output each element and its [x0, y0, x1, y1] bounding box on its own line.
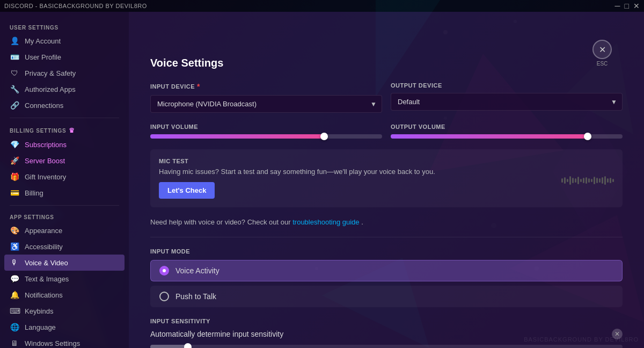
- privacy-icon: 🛡: [10, 69, 19, 77]
- sidebar-item-notifications[interactable]: 🔔 Notifications: [4, 287, 125, 303]
- language-icon: 🌐: [10, 323, 19, 331]
- output-volume-thumb[interactable]: [584, 133, 591, 140]
- output-device-wrapper: Default ▼: [391, 93, 623, 111]
- mic-test-section: MIC TEST Having mic issues? Start a test…: [150, 149, 623, 207]
- help-text: Need help with voice or video? Check out…: [150, 218, 623, 226]
- output-device-col: OUTPUT DEVICE Default ▼: [391, 82, 623, 113]
- output-volume-fill: [391, 134, 588, 139]
- close-window-btn[interactable]: ✕: [633, 2, 640, 10]
- auto-sensitivity-text: Automatically determine input sensitivit…: [150, 330, 283, 338]
- input-mode-label: INPUT MODE: [150, 248, 623, 255]
- sidebar-item-my-account[interactable]: 👤 My Account: [4, 33, 125, 49]
- appearance-icon: 🎨: [10, 226, 19, 235]
- subscriptions-icon: 💎: [10, 140, 19, 149]
- sidebar: USER SETTINGS 👤 My Account 🪪 User Profil…: [0, 12, 129, 348]
- sensitivity-fill: [150, 345, 188, 348]
- maximize-btn[interactable]: □: [625, 2, 629, 10]
- output-device-select[interactable]: Default: [391, 93, 623, 111]
- input-volume-label: INPUT VOLUME: [150, 124, 382, 130]
- sidebar-item-gift-inventory[interactable]: 🎁 Gift Inventory: [4, 169, 125, 185]
- input-volume-thumb[interactable]: [320, 133, 328, 140]
- user-settings-label: USER SETTINGS: [4, 20, 125, 33]
- clear-sensitivity-btn[interactable]: ✕: [612, 329, 623, 339]
- waveform-display: [561, 170, 614, 191]
- app-settings-label: APP SETTINGS: [4, 210, 125, 222]
- volume-row: INPUT VOLUME OUTPUT VOLUME: [150, 124, 623, 139]
- mic-test-desc: Having mic issues? Start a test and say …: [159, 168, 435, 176]
- sensitivity-thumb[interactable]: [184, 343, 192, 348]
- input-volume-fill: [150, 134, 324, 139]
- push-to-talk-radio[interactable]: [159, 292, 169, 301]
- main-content: ✕ ESC Voice Settings INPUT DEVICE * Micr…: [129, 12, 644, 348]
- voice-activity-option[interactable]: Voice Activity: [150, 260, 623, 281]
- voice-activity-radio[interactable]: [159, 266, 169, 276]
- input-device-select[interactable]: Microphone (NVIDIA Broadcast): [150, 95, 382, 113]
- sidebar-item-billing[interactable]: 💳 Billing: [4, 185, 125, 201]
- minimize-btn[interactable]: ─: [615, 2, 620, 10]
- sidebar-item-accessibility[interactable]: ♿ Accessibility: [4, 238, 125, 255]
- notifications-icon: 🔔: [10, 291, 19, 299]
- esc-label: ESC: [597, 61, 608, 67]
- apps-icon: 🔧: [10, 85, 19, 93]
- billing-icon: 💳: [10, 189, 19, 197]
- divider-app: [10, 205, 119, 206]
- sidebar-item-authorized-apps[interactable]: 🔧 Authorized Apps: [4, 81, 125, 97]
- nitro-crown-icon: ♛: [69, 127, 75, 134]
- title-text: DISCORD - BASICBACKGROUND BY DEVIL8RO: [4, 3, 147, 9]
- window-controls[interactable]: ─ □ ✕: [615, 2, 640, 10]
- input-sensitivity-label: INPUT SENSITIVITY: [150, 318, 623, 324]
- close-button[interactable]: ✕ ESC: [592, 40, 612, 59]
- sidebar-item-connections[interactable]: 🔗 Connections: [4, 97, 125, 113]
- page-title: Voice Settings: [150, 57, 623, 69]
- close-icon: ✕: [599, 45, 606, 55]
- divider-billing: [10, 118, 119, 118]
- lets-check-button[interactable]: Let's Check: [159, 182, 215, 199]
- sensitivity-track[interactable]: [150, 345, 623, 348]
- boost-icon: 🚀: [10, 156, 19, 165]
- voice-icon: 🎙: [10, 258, 19, 267]
- output-volume-label: OUTPUT VOLUME: [391, 124, 623, 130]
- push-to-talk-option[interactable]: Push to Talk: [150, 286, 623, 307]
- voice-activity-label: Voice Activity: [175, 266, 219, 275]
- sidebar-item-appearance[interactable]: 🎨 Appearance: [4, 222, 125, 238]
- output-volume-track[interactable]: [391, 134, 623, 139]
- input-volume-col: INPUT VOLUME: [150, 124, 382, 139]
- input-device-col: INPUT DEVICE * Microphone (NVIDIA Broadc…: [150, 82, 382, 113]
- input-device-label: INPUT DEVICE *: [150, 82, 382, 91]
- sidebar-item-subscriptions[interactable]: 💎 Subscriptions: [4, 136, 125, 153]
- billing-settings-label: BILLING SETTINGS ♛: [4, 122, 125, 136]
- app-container: USER SETTINGS 👤 My Account 🪪 User Profil…: [0, 12, 644, 348]
- sidebar-item-privacy-safety[interactable]: 🛡 Privacy & Safety: [4, 65, 125, 81]
- divider-mode: [150, 237, 623, 237]
- title-bar: DISCORD - BASICBACKGROUND BY DEVIL8RO ─ …: [0, 0, 644, 12]
- connections-icon: 🔗: [10, 101, 19, 110]
- windows-icon: 🖥: [10, 339, 19, 347]
- input-volume-track[interactable]: [150, 134, 382, 139]
- push-to-talk-label: Push to Talk: [175, 292, 216, 301]
- sidebar-item-windows-settings[interactable]: 🖥 Windows Settings: [4, 335, 125, 348]
- output-device-label: OUTPUT DEVICE: [391, 82, 623, 89]
- keybinds-icon: ⌨: [10, 307, 19, 315]
- sidebar-item-text-images[interactable]: 💬 Text & Images: [4, 271, 125, 287]
- profile-icon: 🪪: [10, 53, 19, 61]
- input-device-wrapper: Microphone (NVIDIA Broadcast) ▼: [150, 95, 382, 113]
- output-volume-col: OUTPUT VOLUME: [391, 124, 623, 139]
- sidebar-item-language[interactable]: 🌐 Language: [4, 319, 125, 335]
- accessibility-icon: ♿: [10, 242, 19, 251]
- required-mark: *: [197, 82, 200, 91]
- sidebar-item-voice-video[interactable]: 🎙 Voice & Video: [4, 255, 125, 271]
- gift-icon: 🎁: [10, 172, 19, 181]
- sidebar-item-user-profile[interactable]: 🪪 User Profile: [4, 49, 125, 65]
- device-row: INPUT DEVICE * Microphone (NVIDIA Broadc…: [150, 82, 623, 113]
- mic-test-title: MIC TEST: [159, 158, 614, 164]
- sidebar-item-server-boost[interactable]: 🚀 Server Boost: [4, 153, 125, 169]
- text-icon: 💬: [10, 274, 19, 283]
- troubleshooting-link[interactable]: troubleshooting guide: [292, 218, 359, 226]
- account-icon: 👤: [10, 37, 19, 45]
- sensitivity-row: Automatically determine input sensitivit…: [150, 329, 623, 339]
- sidebar-item-keybinds[interactable]: ⌨ Keybinds: [4, 303, 125, 319]
